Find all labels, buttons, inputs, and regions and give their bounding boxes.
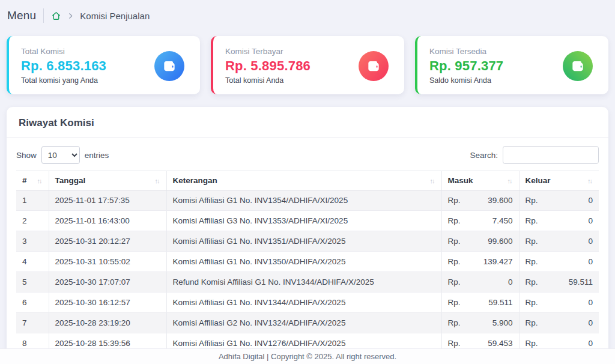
amount: 39.600 xyxy=(488,196,512,205)
stat-text: Total Komisi Rp. 6.853.163 Total komisi … xyxy=(21,47,106,85)
show-label: Show xyxy=(16,151,37,160)
currency-prefix: Rp. xyxy=(448,196,461,205)
currency-prefix: Rp. xyxy=(526,196,538,205)
amount: 99.600 xyxy=(488,237,512,246)
row-number-cell: 1 xyxy=(16,190,49,211)
stat-label: Komisi Terbayar xyxy=(225,47,311,56)
masuk-cell: Rp.139.427 xyxy=(441,252,519,272)
stat-cards-row: Total Komisi Rp. 6.853.163 Total komisi … xyxy=(0,31,615,94)
sort-icon: ↑↓ xyxy=(155,177,160,184)
amount: 139.427 xyxy=(483,257,513,266)
currency-prefix: Rp. xyxy=(448,257,461,266)
masuk-cell: Rp.7.450 xyxy=(441,211,519,231)
stat-text: Komisi Terbayar Rp. 5.895.786 Total komi… xyxy=(225,47,311,85)
column-header-keluar[interactable]: Keluar↑↓ xyxy=(519,171,599,190)
home-icon[interactable] xyxy=(51,11,61,21)
amount: 0 xyxy=(588,339,593,348)
column-header-keterangan[interactable]: Keterangan↑↓ xyxy=(166,171,441,190)
stat-value: Rp. 6.853.163 xyxy=(21,58,106,74)
row-number-cell: 2 xyxy=(16,211,49,231)
tanggal-cell: 2025-10-30 17:07:07 xyxy=(49,272,166,293)
keluar-cell: Rp.0 xyxy=(519,190,599,211)
sort-icon: ↑↓ xyxy=(507,177,513,184)
amount: 0 xyxy=(508,278,513,287)
amount: 0 xyxy=(588,237,593,246)
keterangan-cell: Komisi Affiliasi G3 No. INV1353/ADHIFA/X… xyxy=(166,211,441,231)
row-number-cell: 6 xyxy=(16,293,49,313)
stat-subtitle: Total komisi yang Anda xyxy=(21,76,106,85)
page: Menu Komisi Penjualan Total Komisi Rp. 6… xyxy=(0,0,615,364)
currency-prefix: Rp. xyxy=(448,237,461,246)
table-row: 72025-10-28 23:19:20Komisi Affiliasi G2 … xyxy=(16,313,599,333)
currency-prefix: Rp. xyxy=(448,298,461,307)
sort-icon: ↑↓ xyxy=(587,177,593,184)
table-row: 22025-11-01 16:43:00Komisi Affiliasi G3 … xyxy=(16,211,599,231)
currency-prefix: Rp. xyxy=(448,278,461,287)
amount: 5.900 xyxy=(492,318,513,327)
amount: 0 xyxy=(588,298,593,307)
table-row: 62025-10-30 16:12:57Komisi Affiliasi G1 … xyxy=(16,293,599,313)
stat-label: Komisi Tersedia xyxy=(429,47,503,56)
column-header-number[interactable]: #↑↓ xyxy=(16,171,49,190)
table-header-row: #↑↓ Tanggal↑↓ Keterangan↑↓ Masuk↑↓ Kelua… xyxy=(16,171,599,190)
amount: 59.511 xyxy=(569,278,593,287)
tanggal-cell: 2025-10-31 10:55:02 xyxy=(49,252,166,272)
keluar-cell: Rp.59.511 xyxy=(519,272,599,293)
keluar-cell: Rp.0 xyxy=(519,313,599,333)
stat-value: Rp. 957.377 xyxy=(429,58,503,74)
currency-prefix: Rp. xyxy=(526,318,538,327)
stat-card-komisi-tersedia: Komisi Tersedia Rp. 957.377 Saldo komisi… xyxy=(415,36,608,94)
stat-label: Total Komisi xyxy=(21,47,106,56)
table-row: 42025-10-31 10:55:02Komisi Affiliasi G1 … xyxy=(16,252,599,272)
tanggal-cell: 2025-10-28 23:19:20 xyxy=(49,313,166,333)
column-header-masuk[interactable]: Masuk↑↓ xyxy=(441,171,519,190)
stat-subtitle: Saldo komisi Anda xyxy=(429,76,503,85)
amount: 0 xyxy=(588,257,593,266)
breadcrumb: Komisi Penjualan xyxy=(51,11,150,21)
currency-prefix: Rp. xyxy=(448,339,461,348)
chevron-right-icon xyxy=(67,12,74,20)
amount: 0 xyxy=(588,196,593,205)
keluar-cell: Rp.0 xyxy=(519,211,599,231)
stat-subtitle: Total komisi Anda xyxy=(225,76,311,85)
page-length-select[interactable]: 10 xyxy=(41,146,80,164)
masuk-cell: Rp.5.900 xyxy=(441,313,519,333)
masuk-cell: Rp.39.600 xyxy=(441,190,519,211)
masuk-cell: Rp.99.600 xyxy=(441,231,519,252)
tanggal-cell: 2025-11-01 16:43:00 xyxy=(49,211,166,231)
amount: 59.453 xyxy=(488,339,512,348)
table-row: 32025-10-31 20:12:27Komisi Affiliasi G1 … xyxy=(16,231,599,252)
riwayat-komisi-card: Riwayat Komisi Show 10 entries Search: xyxy=(7,107,608,364)
riwayat-komisi-table: #↑↓ Tanggal↑↓ Keterangan↑↓ Masuk↑↓ Kelua… xyxy=(16,171,599,364)
wallet-icon xyxy=(359,51,389,81)
currency-prefix: Rp. xyxy=(526,298,538,307)
tanggal-cell: 2025-10-31 20:12:27 xyxy=(49,231,166,252)
column-header-tanggal[interactable]: Tanggal↑↓ xyxy=(49,171,166,190)
wallet-icon xyxy=(154,51,184,81)
wallet-icon xyxy=(563,51,593,81)
stat-card-komisi-terbayar: Komisi Terbayar Rp. 5.895.786 Total komi… xyxy=(211,36,404,94)
amount: 7.450 xyxy=(492,216,513,225)
topbar-divider xyxy=(43,8,44,23)
keluar-cell: Rp.0 xyxy=(519,252,599,272)
menu-button[interactable]: Menu xyxy=(7,9,36,22)
footer: Adhifa Digital | Copyright © 2025. All r… xyxy=(0,348,615,364)
keterangan-cell: Refund Komisi Affiliasi G1 No. INV1344/A… xyxy=(166,272,441,293)
keterangan-cell: Komisi Affiliasi G1 No. INV1350/ADHIFA/X… xyxy=(166,252,441,272)
row-number-cell: 7 xyxy=(16,313,49,333)
currency-prefix: Rp. xyxy=(448,216,461,225)
search-input[interactable] xyxy=(503,146,599,164)
currency-prefix: Rp. xyxy=(526,257,538,266)
sort-icon: ↑↓ xyxy=(37,177,43,184)
keterangan-cell: Komisi Affiliasi G1 No. INV1351/ADHIFA/X… xyxy=(166,231,441,252)
keterangan-cell: Komisi Affiliasi G1 No. INV1344/ADHIFA/X… xyxy=(166,293,441,313)
row-number-cell: 5 xyxy=(16,272,49,293)
stat-text: Komisi Tersedia Rp. 957.377 Saldo komisi… xyxy=(429,47,503,85)
currency-prefix: Rp. xyxy=(526,237,538,246)
card-title: Riwayat Komisi xyxy=(7,107,608,138)
table-row: 52025-10-30 17:07:07Refund Komisi Affili… xyxy=(16,272,599,293)
breadcrumb-current-page: Komisi Penjualan xyxy=(80,11,150,21)
keterangan-cell: Komisi Affiliasi G1 No. INV1354/ADHIFA/X… xyxy=(166,190,441,211)
footer-copyright: Adhifa Digital | Copyright © 2025. All r… xyxy=(219,352,396,361)
sort-icon: ↑↓ xyxy=(430,177,435,184)
